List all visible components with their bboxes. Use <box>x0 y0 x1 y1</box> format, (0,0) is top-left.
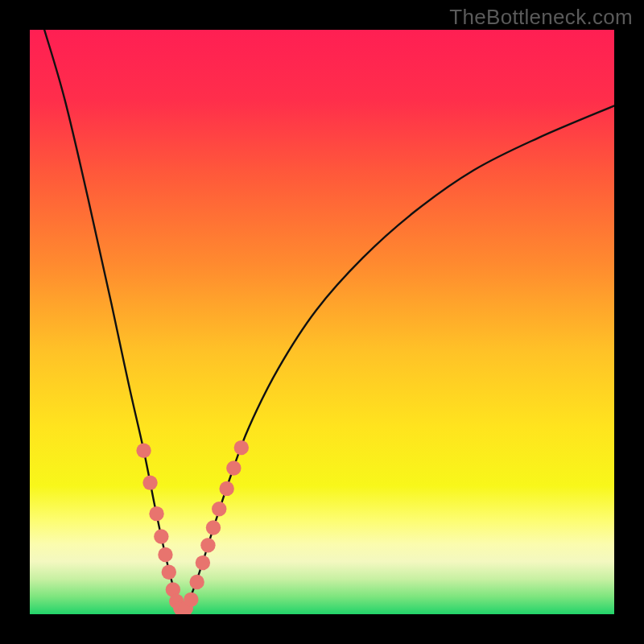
svg-rect-0 <box>30 30 614 614</box>
watermark-text: TheBottleneck.com <box>449 5 633 30</box>
background-gradient <box>30 30 614 614</box>
plot-area <box>30 30 614 614</box>
